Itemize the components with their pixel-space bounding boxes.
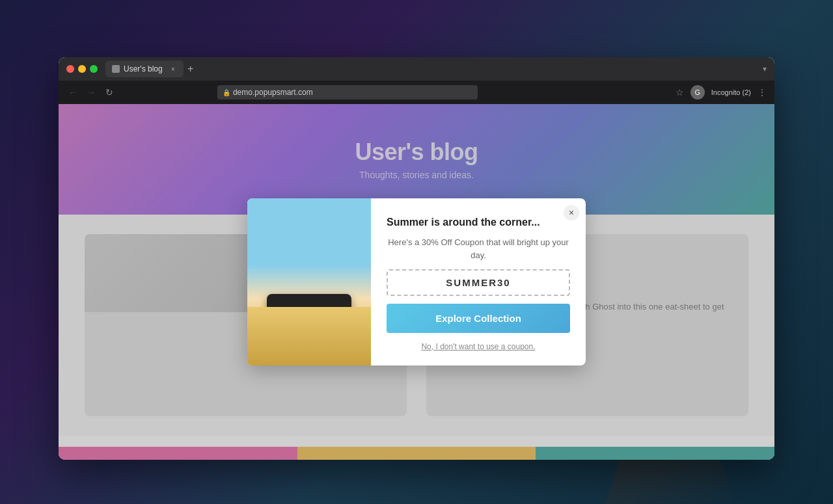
lock-icon: 🔒 bbox=[223, 89, 230, 96]
browser-menu-button[interactable]: ⋮ bbox=[758, 87, 767, 98]
browser-tab-bar: User's blog × + ▾ bbox=[59, 57, 774, 81]
back-button[interactable]: ← bbox=[66, 87, 79, 98]
tab-title: User's blog bbox=[124, 64, 165, 73]
coupon-code-box: SUMMER30 bbox=[387, 269, 570, 296]
popup-description: Here's a 30% Off Coupon that will bright… bbox=[387, 236, 570, 261]
url-display: demo.popupsmart.com bbox=[233, 88, 313, 97]
address-bar-right-controls: ☆ G Incognito (2) ⋮ bbox=[676, 85, 767, 99]
tab-close-button[interactable]: × bbox=[169, 65, 177, 73]
browser-tab[interactable]: User's blog × bbox=[105, 60, 184, 77]
chevron-down-icon[interactable]: ▾ bbox=[763, 64, 767, 73]
traffic-lights bbox=[66, 65, 98, 73]
popup-image bbox=[247, 198, 371, 365]
forward-button[interactable]: → bbox=[85, 87, 98, 98]
new-tab-button[interactable]: + bbox=[187, 63, 193, 75]
browser-controls-right: ▾ bbox=[763, 64, 767, 73]
tab-favicon-icon bbox=[112, 65, 120, 73]
coupon-code-text: SUMMER30 bbox=[446, 277, 510, 288]
popup-heading: Summer is around the corner... bbox=[387, 217, 570, 228]
explore-collection-button[interactable]: Explore Collection bbox=[387, 304, 570, 333]
browser-window: User's blog × + ▾ ← → ↻ 🔒 demo.popupsmar… bbox=[59, 57, 774, 460]
refresh-button[interactable]: ↻ bbox=[103, 87, 116, 98]
profile-button[interactable]: G bbox=[690, 85, 705, 99]
address-bar: ← → ↻ 🔒 demo.popupsmart.com ☆ G Incognit… bbox=[59, 81, 774, 104]
dismiss-link[interactable]: No, I don't want to use a coupon. bbox=[387, 341, 570, 352]
bookmark-icon[interactable]: ☆ bbox=[676, 87, 684, 98]
address-input[interactable]: 🔒 demo.popupsmart.com bbox=[217, 85, 478, 99]
maximize-window-button[interactable] bbox=[90, 65, 98, 73]
popup-modal: × Summer is around the corner... Here's … bbox=[247, 198, 586, 365]
incognito-label: Incognito (2) bbox=[711, 88, 751, 96]
tab-bar: User's blog × + bbox=[105, 57, 763, 81]
close-window-button[interactable] bbox=[66, 65, 74, 73]
modal-overlay[interactable]: × Summer is around the corner... Here's … bbox=[59, 104, 774, 460]
website-content: User's blog Thoughts, stories and ideas.… bbox=[59, 104, 774, 460]
popup-close-button[interactable]: × bbox=[564, 205, 579, 220]
minimize-window-button[interactable] bbox=[78, 65, 86, 73]
popup-content: × Summer is around the corner... Here's … bbox=[371, 198, 586, 365]
